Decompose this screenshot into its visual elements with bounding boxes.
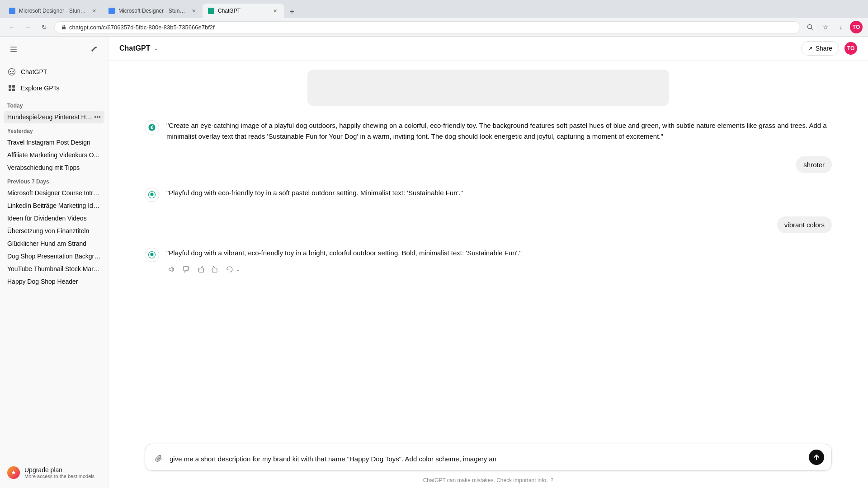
sidebar-item-p2-text: LinkedIn Beiträge Marketing Ide...	[7, 202, 101, 209]
chatgpt-nav-label: ChatGPT	[21, 68, 47, 75]
sidebar-item-today-1[interactable]: Hundespielzeug Pinterest He... •••	[4, 111, 104, 123]
input-area: give me a short description for my brand…	[108, 438, 868, 474]
sidebar-item-y1-text: Travel Instagram Post Design	[7, 139, 101, 146]
sidebar-item-p5-text: Glücklicher Hund am Strand	[7, 240, 101, 247]
download-button[interactable]: ↓	[835, 21, 847, 33]
tab-1-label: Microsoft Designer - Stunning...	[19, 8, 87, 14]
sidebar-item-p5[interactable]: Glücklicher Hund am Strand	[4, 237, 104, 250]
refresh-icon-btn	[224, 264, 235, 275]
sidebar-item-p7[interactable]: YouTube Thumbnail Stock Mark...	[4, 263, 104, 275]
svg-rect-9	[9, 85, 11, 88]
main-content: ChatGPT ⌄ ↗ Share TO	[108, 37, 868, 488]
sidebar-item-p6[interactable]: Dog Shop Presentation Backgro...	[4, 250, 104, 263]
browser-actions: ☆ ↓ TO	[804, 21, 863, 33]
dislike-button[interactable]	[210, 264, 221, 275]
sidebar-item-p2[interactable]: LinkedIn Beiträge Marketing Ide...	[4, 199, 104, 212]
assistant-message-2: "Playful dog with eco-friendly toy in a …	[145, 178, 832, 211]
profile-button[interactable]: TO	[850, 21, 863, 33]
sidebar-item-p4-text: Übersetzung von Finanztiteln	[7, 227, 101, 235]
tab-2-favicon	[108, 8, 115, 14]
top-bar: ChatGPT ⌄ ↗ Share TO	[108, 37, 868, 61]
sidebar-item-y2[interactable]: Affiliate Marketing Videokurs O...	[4, 149, 104, 161]
sidebar-new-chat-button[interactable]	[87, 42, 102, 56]
svg-point-7	[10, 71, 11, 72]
disclaimer-help-button[interactable]: ?	[551, 477, 554, 483]
regenerate-button[interactable]: ⌄	[224, 264, 240, 275]
svg-rect-0	[62, 27, 66, 29]
forward-button[interactable]: →	[22, 21, 34, 33]
sidebar-nav: ChatGPT Explore GPTs	[0, 62, 108, 98]
disclaimer: ChatGPT can make mistakes. Check importa…	[108, 474, 868, 488]
svg-rect-3	[10, 47, 17, 48]
tab-3[interactable]: ChatGPT ✕	[203, 4, 284, 18]
thumbs-up-button[interactable]	[195, 264, 206, 275]
sidebar-collapse-button[interactable]	[6, 42, 21, 56]
sidebar-item-p3[interactable]: Ideen für Dividenden Videos	[4, 212, 104, 225]
assistant-message-1-content: "Create an eye-catching image of a playf…	[166, 120, 832, 142]
send-button[interactable]	[809, 450, 824, 465]
svg-rect-4	[10, 49, 17, 50]
user-bubble-1: shroter	[796, 156, 832, 173]
sidebar-footer: Upgrade plan More access to the best mod…	[0, 457, 108, 488]
sidebar-content: Today Hundespielzeug Pinterest He... •••…	[0, 98, 108, 457]
back-button[interactable]: ←	[5, 21, 18, 33]
zoom-button[interactable]	[804, 21, 816, 33]
upgrade-subtitle: More access to the best models	[24, 474, 94, 479]
sidebar-item-explore[interactable]: Explore GPTs	[4, 80, 104, 96]
browser-chrome: Microsoft Designer - Stunning... ✕ Micro…	[0, 0, 868, 37]
address-bar[interactable]: chatgpt.com/c/6706357d-5fdc-800e-83b5-73…	[54, 21, 800, 33]
section-label-yesterday: Yesterday	[4, 123, 104, 136]
section-label-today: Today	[4, 98, 104, 111]
sidebar-item-menu-today-1[interactable]: •••	[94, 113, 101, 121]
speak-button[interactable]	[166, 264, 177, 275]
sidebar-item-p1-text: Microsoft Designer Course Intro...	[7, 189, 101, 197]
share-button[interactable]: ↗ Share	[801, 41, 839, 56]
svg-point-1	[808, 25, 812, 29]
upgrade-title: Upgrade plan	[24, 466, 94, 474]
svg-rect-11	[9, 89, 11, 91]
assistant-message-1: "Create an eye-catching image of a playf…	[145, 111, 832, 151]
tab-2-close[interactable]: ✕	[190, 7, 197, 14]
attach-button[interactable]	[152, 452, 165, 465]
svg-rect-12	[12, 89, 15, 91]
tab-1-close[interactable]: ✕	[90, 7, 98, 14]
sidebar-item-chatgpt[interactable]: ChatGPT	[4, 64, 104, 80]
tab-3-close[interactable]: ✕	[271, 7, 278, 14]
upgrade-button[interactable]: Upgrade plan More access to the best mod…	[4, 463, 104, 483]
sidebar-item-y1[interactable]: Travel Instagram Post Design	[4, 136, 104, 149]
gpt-avatar-1	[145, 120, 159, 135]
message-input[interactable]: give me a short description for my brand…	[170, 454, 804, 465]
top-bar-right: ↗ Share TO	[801, 41, 857, 56]
sidebar-item-p3-text: Ideen für Dividenden Videos	[7, 215, 101, 222]
tab-3-label: ChatGPT	[218, 8, 268, 14]
thumbs-down-button[interactable]	[181, 264, 192, 275]
profile-avatar[interactable]: TO	[844, 42, 857, 55]
sidebar-item-y3[interactable]: Verabschiedung mit Tipps	[4, 161, 104, 174]
share-icon: ↗	[808, 45, 813, 52]
sidebar-item-p8-text: Happy Dog Shop Header	[7, 278, 101, 285]
title-chevron-icon: ⌄	[154, 45, 158, 52]
input-box: give me a short description for my brand…	[145, 444, 832, 471]
tab-1-favicon	[9, 8, 15, 14]
gpt-avatar-3	[145, 248, 159, 262]
sidebar-item-p8[interactable]: Happy Dog Shop Header	[4, 275, 104, 288]
svg-rect-5	[10, 51, 17, 52]
section-label-prev7: Previous 7 Days	[4, 174, 104, 187]
sidebar: ChatGPT Explore GPTs Today Hundespielzeu…	[0, 37, 108, 488]
explore-nav-icon	[7, 84, 16, 93]
explore-nav-label: Explore GPTs	[21, 84, 60, 92]
sidebar-item-p7-text: YouTube Thumbnail Stock Mark...	[7, 265, 101, 272]
top-image-placeholder	[307, 70, 669, 106]
user-bubble-2: vibrant colors	[777, 216, 832, 233]
new-tab-button[interactable]: +	[286, 5, 298, 18]
reload-button[interactable]: ↻	[38, 21, 51, 33]
sidebar-item-p1[interactable]: Microsoft Designer Course Intro...	[4, 187, 104, 199]
user-message-2: vibrant colors	[145, 211, 832, 239]
tab-1[interactable]: Microsoft Designer - Stunning... ✕	[4, 4, 103, 18]
address-text: chatgpt.com/c/6706357d-5fdc-800e-83b5-73…	[69, 24, 215, 31]
tab-2[interactable]: Microsoft Designer - Stunning... ✕	[103, 4, 203, 18]
sidebar-item-p4[interactable]: Übersetzung von Finanztiteln	[4, 225, 104, 237]
tab-2-label: Microsoft Designer - Stunning...	[118, 8, 186, 14]
chatgpt-nav-icon	[7, 67, 16, 76]
star-button[interactable]: ☆	[819, 21, 832, 33]
